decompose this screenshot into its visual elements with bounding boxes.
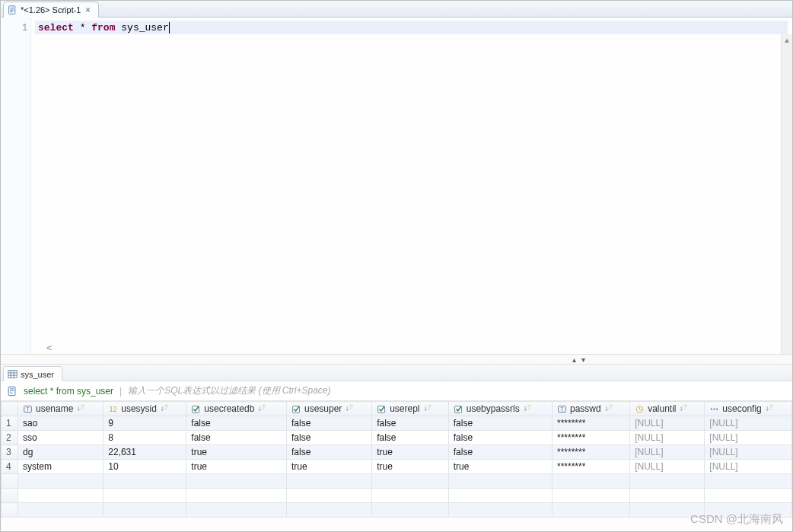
row-number-cell[interactable] [2,503,18,518]
cell[interactable] [18,474,104,489]
cell[interactable]: 10 [104,460,186,474]
code-editor[interactable]: 1 select * from sys_user < ▲ [1,18,792,354]
result-grid[interactable]: Tusename12usesysidusecreatedbusesuperuse… [1,401,792,518]
cell[interactable]: [NULL] [705,431,792,445]
scroll-left-glyph[interactable]: < [46,342,52,353]
row-number-cell[interactable] [2,474,18,489]
cell[interactable]: false [448,416,552,431]
column-header[interactable]: usecreatedb [186,402,287,416]
cell[interactable]: ******** [553,445,630,460]
table-row[interactable] [2,503,792,518]
cell[interactable]: ******** [553,431,630,445]
sort-icon[interactable] [765,403,775,415]
column-header[interactable]: usesuper [286,402,371,416]
cell[interactable]: sso [18,431,104,445]
cell[interactable]: false [372,416,449,431]
cell[interactable] [630,489,705,503]
cell[interactable]: false [286,445,371,460]
cell[interactable] [705,503,792,518]
cell[interactable]: [NULL] [705,445,792,460]
cell[interactable]: false [186,416,287,431]
column-header[interactable]: 12usesysid [104,402,186,416]
column-header[interactable]: useconfig [705,402,792,416]
cell[interactable] [630,474,705,489]
cell[interactable] [553,474,630,489]
row-number-cell[interactable]: 3 [2,445,18,460]
split-handle[interactable]: ▴ ▾ [1,354,792,365]
cell[interactable]: true [372,460,449,474]
cell[interactable]: true [448,460,552,474]
table-row[interactable]: 2sso8falsefalsefalsefalse********[NULL][… [2,431,792,445]
cell[interactable]: false [448,445,552,460]
cell[interactable]: false [186,431,287,445]
cell[interactable] [553,489,630,503]
sort-icon[interactable] [345,403,355,415]
cell[interactable]: true [286,460,371,474]
cell[interactable]: [NULL] [630,445,705,460]
cell[interactable] [705,489,792,503]
cell[interactable] [372,489,449,503]
table-row[interactable] [2,474,792,489]
cell[interactable] [372,503,449,518]
cell[interactable] [630,503,705,518]
cell[interactable] [448,503,552,518]
cell[interactable] [448,489,552,503]
cell[interactable]: ******** [553,416,630,431]
row-number-cell[interactable] [2,489,18,503]
cell[interactable] [104,474,186,489]
sort-icon[interactable] [76,403,86,415]
cell[interactable] [18,489,104,503]
table-row[interactable]: 4system10truetruetruetrue********[NULL][… [2,460,792,474]
cell[interactable] [705,474,792,489]
row-number-cell[interactable]: 1 [2,416,18,431]
cell[interactable]: 8 [104,431,186,445]
sort-icon[interactable] [523,403,533,415]
close-icon[interactable]: ✕ [84,6,92,14]
cell[interactable] [186,474,287,489]
cell[interactable] [286,503,371,518]
table-row[interactable]: 1sao9falsefalsefalsefalse********[NULL][… [2,416,792,431]
cell[interactable]: false [372,431,449,445]
cell[interactable]: [NULL] [630,416,705,431]
cell[interactable] [286,474,371,489]
split-toggle-icon[interactable]: ▴ ▾ [572,355,587,364]
cell[interactable] [553,503,630,518]
cell[interactable]: system [18,460,104,474]
sort-icon[interactable] [423,403,433,415]
scroll-up-icon[interactable]: ▲ [782,34,792,46]
cell[interactable]: [NULL] [630,431,705,445]
cell[interactable]: [NULL] [630,460,705,474]
cell[interactable]: dg [18,445,104,460]
cell[interactable] [18,503,104,518]
cell[interactable] [372,474,449,489]
cell[interactable]: ******** [553,460,630,474]
column-header[interactable]: usebypassrls [448,402,552,416]
column-header[interactable]: Tusename [18,402,104,416]
cell[interactable] [286,489,371,503]
cell[interactable]: 22,631 [104,445,186,460]
sort-icon[interactable] [604,403,614,415]
cell[interactable]: true [186,445,287,460]
cell[interactable]: false [448,431,552,445]
column-header[interactable]: valuntil [630,402,705,416]
cell[interactable] [186,489,287,503]
cell[interactable] [104,489,186,503]
sort-icon[interactable] [679,403,689,415]
cell[interactable]: false [286,416,371,431]
row-number-cell[interactable]: 2 [2,431,18,445]
cell[interactable]: true [186,460,287,474]
cell[interactable] [104,503,186,518]
table-row[interactable] [2,489,792,503]
row-number-cell[interactable]: 4 [2,460,18,474]
table-row[interactable]: 3dg22,631truefalsetruefalse********[NULL… [2,445,792,460]
code-line[interactable]: select * from sys_user [35,21,788,34]
cell[interactable]: [NULL] [705,416,792,431]
cell[interactable] [186,503,287,518]
cell[interactable]: sao [18,416,104,431]
column-header[interactable]: Tpasswd [553,402,630,416]
sort-icon[interactable] [160,403,170,415]
cell[interactable]: false [286,431,371,445]
sort-icon[interactable] [257,403,267,415]
cell[interactable] [448,474,552,489]
cell[interactable]: 9 [104,416,186,431]
